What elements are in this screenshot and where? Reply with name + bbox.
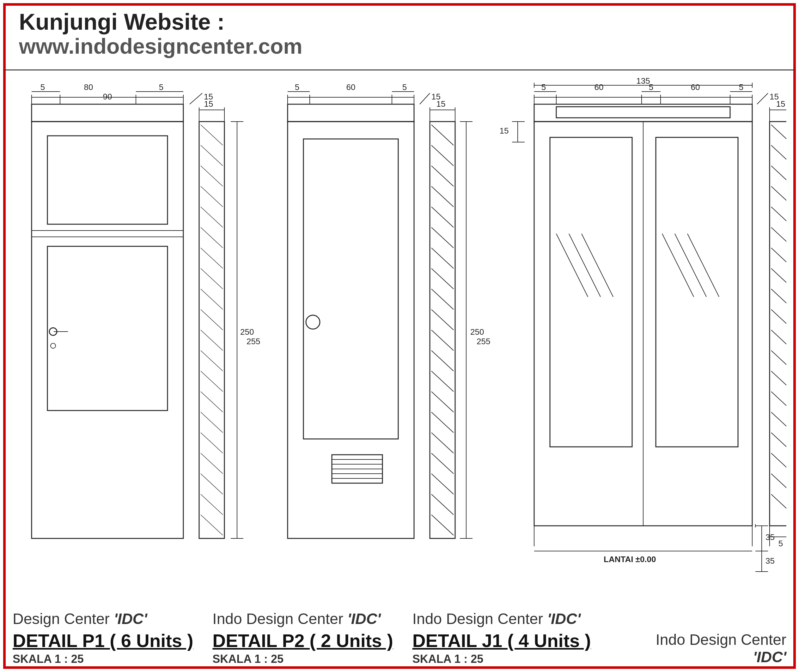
svg-line-139 bbox=[771, 145, 786, 166]
header-url: www.indodesigncenter.com bbox=[19, 34, 302, 58]
svg-line-34 bbox=[201, 350, 223, 371]
svg-line-154 bbox=[771, 453, 786, 474]
svg-line-33 bbox=[201, 330, 223, 350]
svg-line-134 bbox=[662, 234, 694, 297]
svg-line-85 bbox=[432, 330, 454, 350]
svg-line-24 bbox=[201, 145, 223, 166]
svg-rect-18 bbox=[47, 246, 167, 411]
detail-title-j1: DETAIL J1 ( 4 Units ) bbox=[412, 630, 645, 651]
svg-line-23 bbox=[201, 125, 223, 145]
svg-text:15: 15 bbox=[204, 99, 213, 109]
svg-line-77 bbox=[432, 166, 454, 186]
svg-line-35 bbox=[201, 371, 223, 392]
footer-brand4: Indo Design Center 'IDC' bbox=[651, 631, 786, 666]
svg-line-78 bbox=[432, 186, 454, 207]
svg-text:255: 255 bbox=[247, 337, 260, 346]
header-label: Kunjungi Website : bbox=[19, 10, 302, 34]
scale-p2: SKALA 1 : 25 bbox=[212, 653, 406, 666]
svg-line-153 bbox=[771, 433, 786, 453]
svg-line-80 bbox=[432, 227, 454, 248]
svg-line-27 bbox=[201, 207, 223, 227]
svg-line-140 bbox=[771, 166, 786, 186]
svg-line-36 bbox=[201, 392, 223, 412]
svg-line-133 bbox=[582, 234, 613, 297]
svg-text:15: 15 bbox=[500, 126, 509, 136]
brand-label4: Indo Design Center 'IDC' bbox=[651, 631, 786, 666]
svg-line-149 bbox=[771, 350, 786, 371]
svg-line-147 bbox=[771, 309, 786, 330]
svg-text:5: 5 bbox=[159, 82, 164, 92]
header: Kunjungi Website : www.indodesigncenter.… bbox=[19, 10, 302, 58]
svg-line-143 bbox=[771, 227, 786, 248]
svg-text:15: 15 bbox=[436, 99, 446, 109]
svg-line-156 bbox=[771, 494, 786, 515]
svg-line-79 bbox=[432, 207, 454, 227]
svg-line-91 bbox=[432, 453, 454, 474]
footer-p2: Indo Design Center 'IDC' DETAIL P2 ( 2 U… bbox=[212, 610, 412, 666]
svg-line-87 bbox=[432, 371, 454, 392]
svg-line-141 bbox=[771, 186, 786, 207]
svg-line-12 bbox=[189, 93, 202, 104]
svg-rect-129 bbox=[550, 138, 632, 447]
svg-line-42 bbox=[201, 515, 223, 535]
svg-line-40 bbox=[201, 474, 223, 494]
svg-text:15: 15 bbox=[776, 99, 785, 109]
svg-text:35: 35 bbox=[765, 556, 775, 566]
svg-line-93 bbox=[432, 494, 454, 515]
svg-line-31 bbox=[201, 289, 223, 309]
svg-rect-14 bbox=[32, 122, 183, 538]
svg-line-148 bbox=[771, 330, 786, 350]
svg-line-142 bbox=[771, 207, 786, 227]
svg-line-144 bbox=[771, 248, 786, 269]
svg-line-131 bbox=[556, 234, 588, 297]
svg-line-138 bbox=[771, 125, 786, 145]
svg-line-125 bbox=[757, 93, 768, 104]
svg-text:60: 60 bbox=[347, 82, 356, 92]
svg-line-90 bbox=[432, 433, 454, 453]
svg-text:90: 90 bbox=[103, 92, 112, 101]
footer-j1: Indo Design Center 'IDC' DETAIL J1 ( 4 U… bbox=[412, 610, 651, 666]
svg-point-21 bbox=[51, 343, 56, 348]
svg-line-28 bbox=[201, 227, 223, 248]
brand-p1: Design Center 'IDC' bbox=[13, 610, 206, 627]
svg-line-81 bbox=[432, 248, 454, 269]
svg-line-82 bbox=[432, 269, 454, 289]
svg-rect-52 bbox=[287, 104, 414, 122]
svg-line-83 bbox=[432, 289, 454, 309]
svg-text:80: 80 bbox=[84, 82, 93, 92]
svg-rect-105 bbox=[556, 107, 730, 118]
scale-p1: SKALA 1 : 25 bbox=[13, 653, 206, 666]
svg-line-94 bbox=[432, 515, 454, 535]
svg-rect-130 bbox=[656, 138, 738, 447]
svg-line-152 bbox=[771, 412, 786, 433]
svg-line-155 bbox=[771, 474, 786, 494]
footer-p1: Design Center 'IDC' DETAIL P1 ( 6 Units … bbox=[13, 610, 212, 666]
svg-line-38 bbox=[201, 433, 223, 453]
svg-text:5: 5 bbox=[295, 82, 299, 92]
scale-j1: SKALA 1 : 25 bbox=[412, 653, 645, 666]
svg-text:255: 255 bbox=[477, 337, 490, 346]
svg-line-75 bbox=[432, 125, 454, 145]
svg-text:250: 250 bbox=[470, 327, 484, 337]
brand-idc-p1: 'IDC' bbox=[114, 610, 147, 627]
svg-line-29 bbox=[201, 248, 223, 269]
header-divider bbox=[3, 69, 796, 70]
svg-rect-0 bbox=[32, 104, 183, 122]
detail-title-p1: DETAIL P1 ( 6 Units ) bbox=[13, 630, 206, 651]
svg-line-25 bbox=[201, 166, 223, 186]
svg-line-151 bbox=[771, 392, 786, 412]
svg-text:5: 5 bbox=[402, 82, 407, 92]
main-drawing: text { font-family: Arial, sans-serif; f… bbox=[13, 76, 786, 581]
svg-text:5: 5 bbox=[541, 82, 546, 92]
svg-line-41 bbox=[201, 494, 223, 515]
svg-text:5: 5 bbox=[40, 82, 45, 92]
svg-line-136 bbox=[687, 234, 719, 297]
svg-line-135 bbox=[675, 234, 706, 297]
svg-line-26 bbox=[201, 186, 223, 207]
svg-text:5: 5 bbox=[778, 539, 783, 548]
svg-line-63 bbox=[420, 93, 430, 104]
svg-line-30 bbox=[201, 269, 223, 289]
svg-line-39 bbox=[201, 453, 223, 474]
svg-text:35: 35 bbox=[765, 533, 775, 542]
svg-line-92 bbox=[432, 474, 454, 494]
